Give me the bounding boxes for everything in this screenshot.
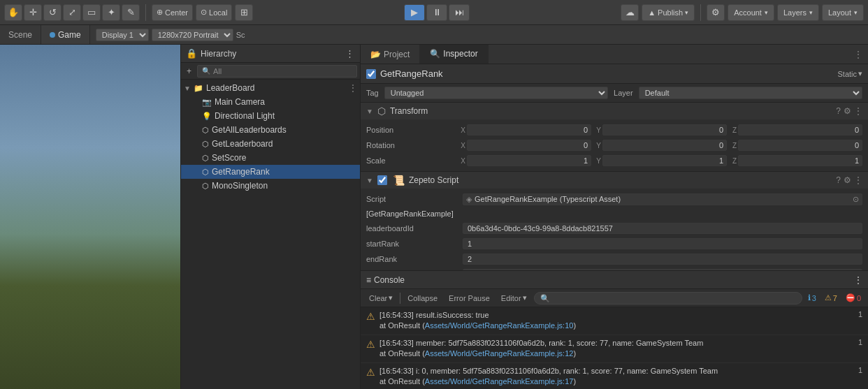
add-hierarchy-btn[interactable]: +	[184, 66, 194, 77]
entry-0-message: [16:54:33] result.isSuccess: true	[379, 310, 844, 321]
hierarchy-item-setscore[interactable]: ⬡ SetScore	[181, 151, 360, 165]
info-count-badge[interactable]: ℹ 3	[805, 293, 819, 303]
rot-z-label: Z	[728, 142, 737, 149]
zepeto-help-btn[interactable]: ?	[836, 175, 841, 185]
position-z-input[interactable]	[738, 124, 862, 135]
rect-tool-btn[interactable]: ▭	[82, 4, 101, 21]
display-select[interactable]: Display 1	[96, 29, 149, 41]
transform-tool-btn[interactable]: ✦	[102, 4, 120, 21]
scale-z-input[interactable]	[738, 155, 862, 166]
position-x-input[interactable]	[467, 124, 591, 135]
entry-1-count: 1	[848, 338, 862, 346]
resolution-select[interactable]: 1280x720 Portrait	[152, 29, 233, 41]
move-tool-btn[interactable]: ✛	[24, 4, 42, 21]
custom-tool-btn[interactable]: ✎	[122, 4, 140, 21]
transform-menu-btn[interactable]: ⋮	[854, 106, 862, 116]
tag-select[interactable]: Untagged	[384, 87, 608, 99]
end-rank-label: endRank	[366, 255, 457, 263]
position-y-group: Y	[593, 124, 727, 135]
pos-y-label: Y	[593, 126, 601, 134]
zepeto-settings-btn[interactable]: ⚙	[844, 175, 851, 185]
hierarchy-menu-icon[interactable]: ⋮	[343, 47, 356, 60]
warn-count-badge[interactable]: ⚠ 7	[822, 293, 840, 303]
rotation-z-input[interactable]	[738, 140, 862, 151]
transform-header[interactable]: ▼ ⬡ Transform ? ⚙ ⋮	[361, 103, 868, 119]
inspector-tabs: 📂 Project 🔍 Inspector ⋮	[361, 45, 868, 64]
zepeto-script-header[interactable]: ▼ 📜 Zepeto Script ? ⚙ ⋮	[361, 172, 868, 189]
layout-dropdown-arrow: ▾	[854, 9, 858, 16]
hand-tool-btn[interactable]: ✋	[4, 4, 22, 21]
rotate-tool-btn[interactable]: ↺	[43, 4, 62, 21]
leaderboard-id-input[interactable]	[463, 223, 862, 234]
zepeto-menu-btn[interactable]: ⋮	[854, 175, 862, 185]
console-header-menu[interactable]: ⋮	[854, 275, 862, 285]
zepeto-script-component: ▼ 📜 Zepeto Script ? ⚙ ⋮ Script ◈	[361, 172, 868, 270]
getrangerank-icon: ⬡	[202, 168, 209, 177]
clear-btn[interactable]: Clear ▾	[365, 292, 397, 304]
local-pivot-btn[interactable]: ⊙ Local	[196, 4, 232, 21]
layer-select[interactable]: Default	[639, 87, 862, 99]
layers-dropdown[interactable]: Layers ▾	[777, 4, 819, 21]
step-btn[interactable]: ⏭	[449, 4, 470, 21]
object-active-checkbox[interactable]	[366, 69, 376, 79]
hierarchy-item-getleaderboard[interactable]: ⬡ GetLeaderboard	[181, 137, 360, 151]
rotation-y-input[interactable]	[602, 140, 727, 151]
scale-y-input[interactable]	[602, 155, 727, 166]
position-y-input[interactable]	[602, 124, 727, 135]
game-tab[interactable]: Game	[41, 25, 90, 44]
entry-1-link[interactable]: Assets/World/GetRangeRankExample.js:12	[425, 349, 574, 358]
publish-icon: ▲	[648, 8, 656, 17]
scale-label: Scale	[366, 156, 457, 165]
scale-fields: X Y Z	[457, 155, 862, 166]
project-tab[interactable]: 📂 Project	[361, 45, 420, 64]
scale-y-group: Y	[593, 155, 727, 166]
main-area: 🔒 Hierarchy ⋮ + 🔍 All ▼ 📁 LeaderBoard ⋮	[0, 45, 868, 389]
start-rank-input[interactable]	[463, 238, 862, 249]
rotation-x-input[interactable]	[467, 140, 591, 151]
publish-btn[interactable]: ▲ Publish ▾	[642, 4, 695, 21]
cloud-btn[interactable]: ☁	[621, 4, 639, 21]
transform-help-btn[interactable]: ?	[836, 106, 841, 116]
entry-0-icon: ⚠	[366, 311, 375, 322]
center-pivot-btn[interactable]: ⊕ Center	[152, 4, 193, 21]
scale-tool-btn[interactable]: ⤢	[63, 4, 81, 21]
scale-x-group: X	[457, 155, 591, 166]
gear-btn[interactable]: ⚙	[707, 4, 725, 21]
error-pause-btn[interactable]: Error Pause	[444, 293, 494, 304]
sca-y-label: Y	[593, 157, 601, 165]
play-btn[interactable]: ▶	[404, 4, 425, 21]
grid-btn[interactable]: ⊞	[235, 4, 253, 21]
zepeto-script-checkbox[interactable]	[377, 175, 387, 185]
entry-2-link[interactable]: Assets/World/GetRangeRankExample.js:17	[425, 377, 574, 386]
hierarchy-item-getrangerank[interactable]: ⬡ GetRangeRank	[181, 165, 360, 179]
account-dropdown[interactable]: Account ▾	[728, 4, 774, 21]
hierarchy-item-directional-light[interactable]: 💡 Directional Light	[181, 109, 360, 123]
pause-btn[interactable]: ⏸	[426, 4, 447, 21]
scene-tab[interactable]: Scene	[0, 25, 41, 44]
hierarchy-item-main-camera[interactable]: 📷 Main Camera	[181, 95, 360, 109]
hierarchy-item-leaderboard[interactable]: ▼ 📁 LeaderBoard ⋮	[181, 81, 360, 95]
collapse-btn[interactable]: Collapse	[403, 293, 442, 304]
static-dropdown-arrow[interactable]: ▾	[858, 69, 862, 78]
script-target-btn[interactable]: ⊙	[853, 195, 859, 204]
editor-btn[interactable]: Editor ▾	[497, 292, 531, 304]
inspector-panel-menu[interactable]: ⋮	[848, 50, 868, 59]
monosingleton-label: MonoSingleton	[212, 181, 268, 191]
console-panel: ≡ Console ⋮ Clear ▾ Collapse Error Pause…	[361, 270, 868, 389]
layout-dropdown[interactable]: Layout ▾	[822, 4, 864, 21]
scale-x-input[interactable]	[467, 155, 591, 166]
transform-icon: ⬡	[377, 105, 386, 117]
hierarchy-lock-icon[interactable]: 🔒	[185, 47, 198, 60]
console-search-input[interactable]	[534, 292, 802, 304]
transform-settings-btn[interactable]: ⚙	[844, 106, 851, 116]
leaderboard-menu[interactable]: ⋮	[349, 83, 357, 93]
hierarchy-item-monosingleton[interactable]: ⬡ MonoSingleton	[181, 179, 360, 193]
end-rank-input[interactable]	[463, 254, 862, 265]
error-count-badge[interactable]: ⛔ 0	[843, 293, 864, 303]
entry-0-link[interactable]: Assets/World/GetRangeRankExample.js:10	[425, 321, 574, 330]
hierarchy-item-getallleaderboards[interactable]: ⬡ GetAllLeaderboards	[181, 123, 360, 137]
transform-component: ▼ ⬡ Transform ? ⚙ ⋮ Position	[361, 103, 868, 172]
main-camera-label: Main Camera	[215, 97, 265, 107]
inspector-tab[interactable]: 🔍 Inspector	[420, 45, 488, 64]
script-row: Script ◈ GetRangeRankExample (Typescript…	[361, 191, 868, 207]
